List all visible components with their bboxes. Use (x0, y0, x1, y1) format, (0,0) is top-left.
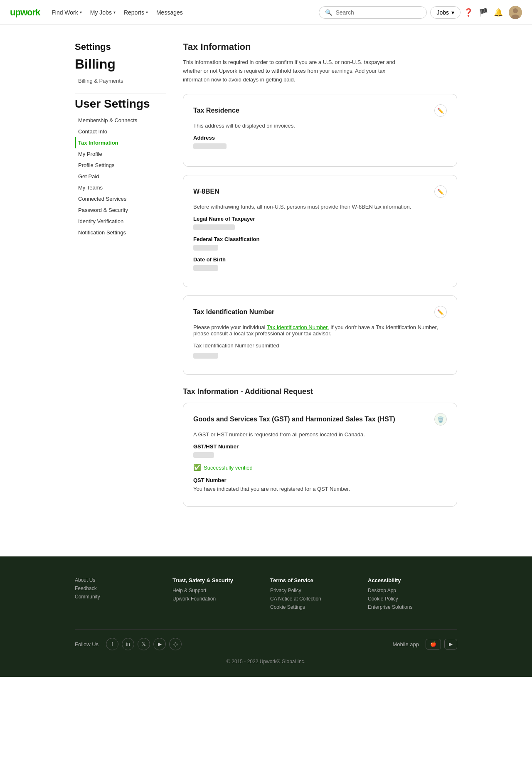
footer-link-desktop[interactable]: Desktop App (368, 588, 457, 593)
search-bar[interactable]: 🔍 (319, 6, 427, 19)
tax-id-card: Tax Identification Number ✏️ Please prov… (183, 295, 457, 375)
facebook-icon[interactable]: f (106, 638, 118, 650)
page-title: Tax Information (183, 42, 457, 52)
footer-col-4: Accessibility Desktop App Cookie Policy … (368, 577, 457, 613)
footer-link-community[interactable]: Community (75, 594, 164, 600)
footer-col-3: Terms of Service Privacy Policy CA Notic… (270, 577, 360, 613)
tax-id-text-before: Please provide your Individual (193, 324, 267, 330)
help-icon[interactable]: ❓ (464, 8, 473, 17)
tax-id-submitted-label: Tax Identification Number submitted (193, 342, 447, 349)
gst-title: Goods and Services Tax (GST) and Harmoni… (193, 416, 395, 423)
gst-delete-button[interactable]: 🗑️ (434, 413, 447, 426)
sidebar-item-membership[interactable]: Membership & Connects (75, 115, 166, 126)
footer-link-foundation[interactable]: Upwork Foundation (172, 596, 262, 602)
flag-icon[interactable]: 🏴 (479, 8, 488, 17)
instagram-icon[interactable]: ◎ (169, 638, 182, 650)
gst-verified-badge: ✅ Successfully verified (193, 464, 447, 471)
nav-my-jobs[interactable]: My Jobs ▾ (90, 9, 116, 16)
tax-id-link[interactable]: Tax Identification Number. (267, 324, 329, 330)
tax-residence-title: Tax Residence (193, 107, 239, 114)
w8ben-description: Before withdrawing funds, all non-U.S. p… (193, 204, 447, 210)
search-icon: 🔍 (325, 9, 332, 16)
footer-bottom: Follow Us f in 𝕏 ▶ ◎ Mobile app 🍎 ▶ (75, 638, 457, 650)
footer-col-2: Trust, Safety & Security Help & Support … (172, 577, 262, 613)
w8ben-header: W-8BEN ✏️ (193, 185, 447, 198)
footer-link-enterprise[interactable]: Enterprise Solutions (368, 604, 457, 610)
main-content: Tax Information This information is requ… (183, 42, 457, 515)
sidebar-billing-payments[interactable]: Billing & Payments (75, 76, 166, 86)
nav-messages[interactable]: Messages (156, 9, 183, 16)
sidebar-item-identity[interactable]: Identity Verification (75, 216, 166, 227)
nav-reports[interactable]: Reports ▾ (124, 9, 148, 16)
sidebar-item-contact[interactable]: Contact Info (75, 126, 166, 137)
main-layout: Settings Billing Billing & Payments User… (66, 25, 466, 531)
google-play-button[interactable]: ▶ (444, 639, 457, 650)
address-value (193, 143, 227, 149)
sidebar-item-profile-settings[interactable]: Profile Settings (75, 160, 166, 171)
footer-link-about[interactable]: About Us (75, 577, 164, 583)
footer-col-1: About Us Feedback Community (75, 577, 164, 613)
tax-id-value (193, 353, 218, 359)
mobile-app-label: Mobile app (392, 641, 419, 647)
jobs-dropdown-button[interactable]: Jobs ▾ (430, 6, 461, 19)
sidebar-divider (75, 93, 166, 94)
tax-id-edit-button[interactable]: ✏️ (434, 306, 447, 318)
tax-residence-edit-button[interactable]: ✏️ (434, 104, 447, 117)
sidebar-item-connected-services[interactable]: Connected Services (75, 193, 166, 204)
footer-copyright: © 2015 - 2022 Upwork® Global Inc. (75, 659, 457, 664)
page-intro: This information is required in order to… (183, 58, 399, 84)
notifications-icon[interactable]: 🔔 (494, 8, 503, 17)
sidebar-item-notifications[interactable]: Notification Settings (75, 227, 166, 238)
sidebar-item-get-paid[interactable]: Get Paid (75, 171, 166, 182)
navbar: upwork Find Work ▾ My Jobs ▾ Reports ▾ M… (0, 0, 532, 25)
legal-name-value (193, 224, 235, 230)
footer-link-cookie-policy[interactable]: Cookie Policy (368, 596, 457, 602)
footer-columns: About Us Feedback Community Trust, Safet… (75, 577, 457, 613)
footer-social: Follow Us f in 𝕏 ▶ ◎ (75, 638, 182, 650)
footer-link-cookie-settings[interactable]: Cookie Settings (270, 604, 360, 610)
sidebar-item-tax[interactable]: Tax Information (75, 137, 166, 148)
follow-us-label: Follow Us (75, 641, 99, 647)
user-settings-heading: User Settings (75, 98, 166, 111)
navbar-icons: ❓ 🏴 🔔 (464, 6, 522, 19)
nav-find-work[interactable]: Find Work ▾ (52, 9, 82, 16)
w8ben-card: W-8BEN ✏️ Before withdrawing funds, all … (183, 175, 457, 287)
dob-value (193, 265, 218, 271)
sidebar-item-my-teams[interactable]: My Teams (75, 182, 166, 193)
footer-col-4-title: Accessibility (368, 577, 457, 583)
legal-name-label: Legal Name of Taxpayer (193, 216, 447, 222)
footer: About Us Feedback Community Trust, Safet… (0, 556, 532, 677)
footer-link-feedback[interactable]: Feedback (75, 586, 164, 591)
youtube-icon[interactable]: ▶ (153, 638, 166, 650)
apple-store-button[interactable]: 🍎 (426, 639, 441, 650)
avatar[interactable] (509, 6, 522, 19)
gst-description: A GST or HST number is requested from al… (193, 431, 447, 438)
dob-label: Date of Birth (193, 256, 447, 263)
gst-number-label: GST/HST Number (193, 443, 447, 450)
checkmark-icon: ✅ (193, 464, 201, 471)
twitter-icon[interactable]: 𝕏 (138, 638, 150, 650)
w8ben-edit-button[interactable]: ✏️ (434, 185, 447, 198)
qst-label: QST Number (193, 477, 447, 483)
tax-id-header: Tax Identification Number ✏️ (193, 306, 447, 318)
tax-id-description: Please provide your Individual Tax Ident… (193, 324, 447, 337)
tax-id-title: Tax Identification Number (193, 308, 274, 316)
address-label: Address (193, 135, 447, 141)
federal-value (193, 245, 218, 251)
search-input[interactable] (335, 9, 421, 16)
sidebar-nav: Membership & Connects Contact Info Tax I… (75, 115, 166, 238)
footer-col-3-title: Terms of Service (270, 577, 360, 583)
linkedin-icon[interactable]: in (122, 638, 134, 650)
tax-residence-header: Tax Residence ✏️ (193, 104, 447, 117)
billing-heading: Billing (75, 57, 166, 72)
sidebar-item-password[interactable]: Password & Security (75, 204, 166, 216)
upwork-logo[interactable]: upwork (10, 7, 40, 18)
footer-link-ca-notice[interactable]: CA Notice at Collection (270, 596, 360, 602)
mobile-app-section: Mobile app 🍎 ▶ (392, 639, 457, 650)
tax-residence-card: Tax Residence ✏️ This address will be di… (183, 94, 457, 167)
footer-link-help[interactable]: Help & Support (172, 588, 262, 593)
gst-header: Goods and Services Tax (GST) and Harmoni… (193, 413, 447, 426)
sidebar-item-my-profile[interactable]: My Profile (75, 148, 166, 160)
footer-link-privacy[interactable]: Privacy Policy (270, 588, 360, 593)
federal-label: Federal Tax Classification (193, 236, 447, 242)
